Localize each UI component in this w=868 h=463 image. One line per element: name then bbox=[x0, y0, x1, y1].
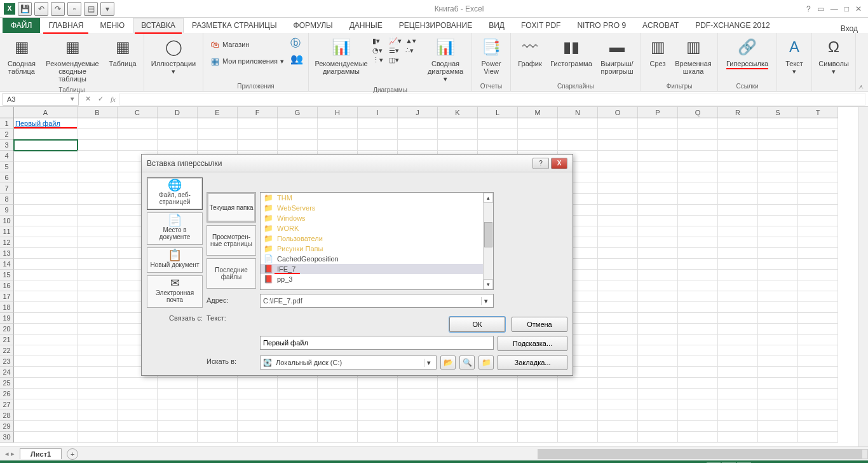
ok-button[interactable]: ОК bbox=[449, 317, 505, 332]
sparkline-column-button[interactable]: ▮▮Гистограмма bbox=[548, 34, 595, 70]
file-list-scrollbar[interactable]: ▴▾ bbox=[483, 193, 493, 289]
cell[interactable] bbox=[78, 345, 118, 356]
row-header[interactable]: 15 bbox=[0, 270, 14, 280]
cell[interactable] bbox=[78, 302, 118, 313]
file-list-item[interactable]: 📁Windows bbox=[261, 213, 493, 223]
cell[interactable] bbox=[598, 226, 638, 237]
cell[interactable] bbox=[598, 335, 638, 345]
dropdown-icon[interactable]: ▾ bbox=[481, 297, 491, 305]
cell[interactable] bbox=[198, 410, 238, 421]
cell[interactable] bbox=[238, 421, 278, 432]
cell[interactable] bbox=[278, 118, 318, 129]
cell[interactable] bbox=[14, 432, 78, 443]
cell[interactable] bbox=[14, 367, 78, 378]
maximize-icon[interactable]: □ bbox=[844, 4, 849, 13]
cell[interactable] bbox=[718, 324, 758, 335]
cell[interactable] bbox=[398, 399, 438, 410]
cell[interactable] bbox=[558, 432, 598, 443]
cell[interactable] bbox=[758, 421, 798, 432]
cell[interactable] bbox=[438, 129, 478, 140]
link-to-new-doc[interactable]: 📋Новый документ bbox=[147, 247, 203, 273]
cell[interactable] bbox=[558, 118, 598, 129]
cell[interactable] bbox=[14, 389, 78, 399]
cell[interactable] bbox=[638, 367, 678, 378]
cell[interactable] bbox=[318, 129, 358, 140]
browse-web-icon[interactable]: 🔍 bbox=[459, 356, 475, 370]
cell[interactable] bbox=[478, 421, 518, 432]
cell[interactable] bbox=[678, 367, 718, 378]
row-header[interactable]: 25 bbox=[0, 378, 14, 389]
file-list-item[interactable]: 📕IFE_7 bbox=[261, 264, 493, 274]
cell[interactable] bbox=[638, 335, 678, 345]
cell[interactable] bbox=[678, 399, 718, 410]
cell[interactable] bbox=[718, 194, 758, 205]
cancel-button[interactable]: Отмена bbox=[512, 317, 567, 332]
cell[interactable] bbox=[558, 421, 598, 432]
cell[interactable] bbox=[638, 248, 678, 259]
cell[interactable] bbox=[78, 291, 118, 302]
cell[interactable] bbox=[598, 259, 638, 270]
text-button[interactable]: AТекст▾ bbox=[781, 34, 808, 78]
cell[interactable] bbox=[398, 118, 438, 129]
dialog-help-icon[interactable]: ? bbox=[532, 158, 549, 169]
cell[interactable] bbox=[14, 162, 78, 172]
cell[interactable] bbox=[14, 226, 78, 237]
add-sheet-button[interactable]: + bbox=[67, 448, 78, 460]
cell[interactable] bbox=[518, 129, 558, 140]
cell[interactable] bbox=[518, 421, 558, 432]
cell[interactable] bbox=[598, 367, 638, 378]
cell[interactable] bbox=[718, 248, 758, 259]
cell[interactable] bbox=[678, 410, 718, 421]
tab-file[interactable]: ФАЙЛ bbox=[3, 18, 40, 33]
link-to-place[interactable]: 📄Место в документе bbox=[147, 212, 203, 245]
cell[interactable] bbox=[78, 118, 118, 129]
cell[interactable] bbox=[198, 129, 238, 140]
cell[interactable] bbox=[318, 140, 358, 151]
cell[interactable] bbox=[438, 389, 478, 399]
cell[interactable] bbox=[158, 378, 198, 389]
file-list[interactable]: 📁THM📁WebServers📁Windows📁WORK📁Пользовател… bbox=[260, 192, 494, 290]
vertical-scrollbar[interactable] bbox=[858, 107, 868, 446]
file-list-item[interactable]: 📁WebServers bbox=[261, 203, 493, 213]
cell[interactable] bbox=[478, 389, 518, 399]
cell[interactable] bbox=[678, 259, 718, 270]
tab-nitro[interactable]: NITRO PRO 9 bbox=[569, 18, 634, 33]
cell[interactable] bbox=[798, 291, 838, 302]
cell[interactable] bbox=[758, 183, 798, 194]
cell[interactable] bbox=[678, 172, 718, 183]
cell[interactable] bbox=[798, 183, 838, 194]
cell[interactable] bbox=[198, 399, 238, 410]
cell[interactable] bbox=[638, 172, 678, 183]
cell[interactable] bbox=[318, 389, 358, 399]
cell[interactable] bbox=[798, 216, 838, 226]
cell[interactable] bbox=[638, 345, 678, 356]
cell[interactable] bbox=[598, 410, 638, 421]
bookmark-button[interactable]: Закладка... bbox=[498, 355, 567, 370]
cell[interactable] bbox=[598, 118, 638, 129]
cell[interactable] bbox=[78, 410, 118, 421]
cell[interactable] bbox=[638, 194, 678, 205]
cell[interactable] bbox=[718, 313, 758, 324]
cell[interactable] bbox=[798, 356, 838, 367]
cell[interactable] bbox=[678, 345, 718, 356]
cell[interactable] bbox=[798, 172, 838, 183]
cell[interactable] bbox=[798, 248, 838, 259]
ribbon-display-icon[interactable]: ▭ bbox=[817, 4, 824, 13]
cell[interactable] bbox=[14, 216, 78, 226]
cell[interactable] bbox=[238, 140, 278, 151]
minimize-icon[interactable]: — bbox=[831, 4, 838, 13]
cell[interactable] bbox=[718, 140, 758, 151]
insert-function-icon[interactable]: fx bbox=[107, 95, 119, 103]
cell[interactable] bbox=[598, 302, 638, 313]
cell[interactable] bbox=[798, 313, 838, 324]
cell[interactable] bbox=[158, 129, 198, 140]
cell[interactable] bbox=[78, 270, 118, 280]
cell[interactable] bbox=[598, 313, 638, 324]
tab-foxit[interactable]: Foxit PDF bbox=[513, 18, 569, 33]
cell[interactable] bbox=[78, 194, 118, 205]
cell[interactable] bbox=[758, 259, 798, 270]
cell[interactable] bbox=[558, 389, 598, 399]
cell[interactable] bbox=[718, 335, 758, 345]
cell[interactable] bbox=[598, 280, 638, 291]
column-header[interactable]: I bbox=[358, 107, 398, 118]
